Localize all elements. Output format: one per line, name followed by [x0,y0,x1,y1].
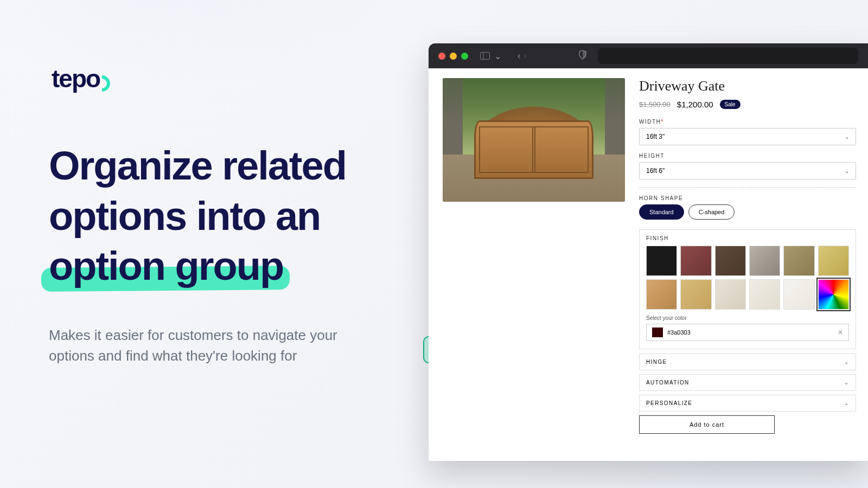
accordion-hinge[interactable]: HINGE⌄ [639,354,856,370]
color-value: #3a0303 [667,329,691,336]
clear-icon[interactable]: ✕ [838,329,843,336]
finish-label: FINISH [646,235,849,241]
browser-window: ⌄ ‹ › Driveway Gate $1,500.00 $1,200.00 … [429,43,868,461]
headline-highlight: option group [49,241,283,292]
finish-swatch[interactable] [715,246,746,276]
width-select[interactable]: 16ft 3" ⌄ [639,128,856,145]
minimize-icon[interactable] [450,53,457,60]
height-select[interactable]: 16ft 6" ⌄ [639,162,856,179]
horn-option-standard[interactable]: Standard [639,204,684,220]
accordion-personalize[interactable]: PERSONALIZE⌄ [639,395,856,412]
finish-swatch[interactable] [646,279,677,310]
brand-logo: tepo [52,64,100,93]
color-input[interactable]: #3a0303 ✕ [646,324,849,341]
finish-swatch[interactable] [749,246,780,276]
sale-badge: Sale [720,100,741,109]
chevron-down-icon[interactable]: ⌄ [494,51,501,61]
forward-icon[interactable]: › [524,51,526,61]
horn-shape-label: HORN SHAPE [639,195,856,201]
product-title: Driveway Gate [639,78,856,94]
product-image [443,78,625,202]
maximize-icon[interactable] [461,53,468,60]
finish-swatch[interactable] [783,246,814,276]
chevron-down-icon: ⌄ [844,380,849,386]
headline: Organize related options into an option … [49,141,380,292]
accordion-automation[interactable]: AUTOMATION⌄ [639,374,856,391]
brand-name: tepo [52,65,100,93]
headline-line1: Organize related [49,143,346,188]
horn-option-cshaped[interactable]: C-shaped [688,204,735,220]
finish-swatch[interactable] [749,279,780,310]
shield-icon[interactable] [578,50,587,62]
width-label: WIDTH* [639,119,856,125]
sidebar-toggle-icon[interactable] [480,52,490,60]
chevron-down-icon: ⌄ [845,168,849,174]
back-icon[interactable]: ‹ [518,51,520,61]
chevron-down-icon: ⌄ [845,134,849,140]
add-to-cart-button[interactable]: Add to cart [639,415,775,434]
price-original: $1,500.00 [639,100,671,108]
close-icon[interactable] [438,53,445,60]
browser-titlebar: ⌄ ‹ › [429,43,868,68]
svg-rect-1 [481,53,490,60]
finish-swatch[interactable] [680,246,711,276]
height-label: HEIGHT [639,153,856,159]
finish-swatch[interactable] [818,246,849,276]
finish-swatch[interactable] [783,279,814,310]
headline-line2: options into an [49,194,320,239]
finish-swatch[interactable] [680,279,711,310]
subtext: Makes it easier for customers to navigat… [49,325,369,366]
price-sale: $1,200.00 [677,100,713,109]
color-chip [652,328,663,337]
finish-swatch[interactable] [818,279,849,310]
finish-group: FINISH Select your color #3a0303 ✕ [639,229,856,349]
color-prompt: Select your color [646,315,849,321]
chevron-down-icon: ⌄ [844,359,849,365]
url-bar[interactable] [598,48,858,64]
finish-swatch[interactable] [646,246,677,276]
chevron-down-icon: ⌄ [844,400,849,406]
finish-swatch[interactable] [715,279,746,310]
